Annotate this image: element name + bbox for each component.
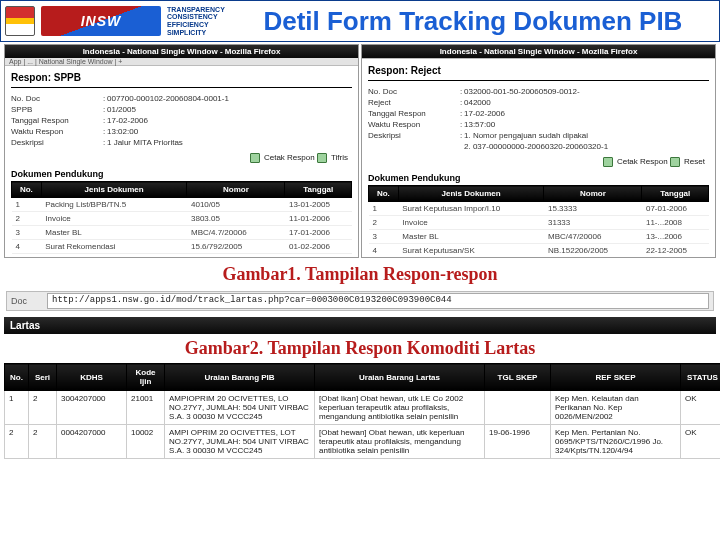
kv-key: Tanggal Respon bbox=[368, 109, 458, 118]
url-label: Doc bbox=[7, 296, 47, 306]
kv-key: Deskripsi bbox=[11, 138, 101, 147]
divider bbox=[11, 87, 352, 88]
th-uraian-lartas: Uraian Barang Lartas bbox=[315, 364, 485, 391]
print-link[interactable]: Cetak Respon bbox=[264, 153, 315, 162]
th-seri: Seri bbox=[29, 364, 57, 391]
table-row: 3Master BLMBC/47/2000613-...2006 bbox=[369, 230, 709, 244]
table-row: 4Surat Rekomendasi15.6/792/200501-02-200… bbox=[12, 240, 352, 254]
kv-val: 1. Nomor pengajuan sudah dipakai bbox=[464, 131, 709, 140]
table-row: 4Surat Keputusan/SKNB.152206/200522-12-2… bbox=[369, 244, 709, 258]
subhead-left: Dokumen Pendukung bbox=[11, 169, 352, 179]
table-row: 22 000420700010002 AMPI OPRIM 20 OCIVETT… bbox=[5, 425, 721, 459]
th-no: No. bbox=[12, 182, 42, 198]
table-row: 3Master BLMBC/4.7/2000617-01-2006 bbox=[12, 226, 352, 240]
caption-2: Gambar2. Tampilan Respon Komoditi Lartas bbox=[0, 334, 720, 363]
th-jenis: Jenis Dokumen bbox=[398, 186, 544, 202]
pane-right: Indonesia - National Single Window - Moz… bbox=[361, 44, 716, 258]
kv-key: Waktu Respon bbox=[11, 127, 101, 136]
kv-key: Deskripsi bbox=[368, 131, 458, 140]
kv-val: 13:57:00 bbox=[464, 120, 709, 129]
folder-icon[interactable] bbox=[317, 153, 327, 163]
table-row: 5Surat Izin Menteri Pertanian310.IX/K.21… bbox=[369, 258, 709, 259]
table-row: 2Invoice3133311-...2008 bbox=[369, 216, 709, 230]
national-emblem bbox=[5, 6, 35, 36]
table-row: 12 300420700021001 AMPIOPRIM 20 OCIVETTE… bbox=[5, 391, 721, 425]
th-status: STATUS bbox=[681, 364, 721, 391]
th-nomor: Nomor bbox=[187, 182, 285, 198]
tagline-1: TRANSPARENCY bbox=[167, 6, 225, 14]
kv-val: 1 Jalur MITA Prioritas bbox=[107, 138, 352, 147]
lartas-header: Lartas bbox=[4, 317, 716, 334]
kv-val: 007700-000102-20060804-0001-1 bbox=[107, 94, 352, 103]
doc-table-left: No. Jenis Dokumen Nomor Tanggal 1Packing… bbox=[11, 181, 352, 258]
respon-head-right: Respon: Reject bbox=[368, 65, 709, 76]
kv-key: No. Doc bbox=[368, 87, 458, 96]
print-row-right: Cetak Respon Reset bbox=[368, 151, 709, 169]
th-ref-skep: REF SKEP bbox=[551, 364, 681, 391]
th-nomor: Nomor bbox=[544, 186, 642, 202]
kv-right: No. Doc:032000-001-50-20060509-0012- Rej… bbox=[368, 87, 709, 151]
th-tanggal: Tanggal bbox=[285, 182, 352, 198]
url-input[interactable]: http://apps1.nsw.go.id/mod/track_lartas.… bbox=[47, 293, 709, 309]
ff-titlebar-left: Indonesia - National Single Window - Moz… bbox=[5, 45, 358, 58]
th-tgl-skep: TGL SKEP bbox=[485, 364, 551, 391]
th-jenis: Jenis Dokumen bbox=[41, 182, 187, 198]
kv-key: Tanggal Respon bbox=[11, 116, 101, 125]
tagline: TRANSPARENCY CONSISTENCY EFFICIENCY SIMP… bbox=[167, 6, 225, 37]
kv-left: No. Doc:007700-000102-20060804-0001-1 SP… bbox=[11, 94, 352, 147]
table-row: 1Surat Keputusan Impor/I.1015.333307-01-… bbox=[369, 202, 709, 216]
kv-key: SPPB bbox=[11, 105, 101, 114]
kv-val: 042000 bbox=[464, 98, 709, 107]
tagline-3: EFFICIENCY bbox=[167, 21, 225, 29]
respon-split: Indonesia - National Single Window - Moz… bbox=[0, 42, 720, 260]
kv-key: Reject bbox=[368, 98, 458, 107]
th-tanggal: Tanggal bbox=[642, 186, 709, 202]
print-icon[interactable] bbox=[250, 153, 260, 163]
kv-val: 2. 037-00000000-20060320-20060320-1 bbox=[464, 142, 709, 151]
table-row: 5Surat Izin Menteri Pertanian310.IX/K.21… bbox=[12, 254, 352, 259]
tagline-4: SIMPLICITY bbox=[167, 29, 225, 37]
kv-key bbox=[368, 142, 458, 151]
kv-val: 01/2005 bbox=[107, 105, 352, 114]
th-no: No. bbox=[369, 186, 399, 202]
reset-icon[interactable] bbox=[670, 157, 680, 167]
tagline-2: CONSISTENCY bbox=[167, 13, 225, 21]
kv-val: 17-02-2006 bbox=[464, 109, 709, 118]
print-row-left: Cetak Respon Tifris bbox=[11, 147, 352, 165]
lartas-table: No. Seri KDHS Kode Ijin Uraian Barang PI… bbox=[4, 363, 720, 459]
pane-left: Indonesia - National Single Window - Moz… bbox=[4, 44, 359, 258]
page-title: Detil Form Tracking Dokumen PIB bbox=[231, 6, 715, 37]
kv-val: 13:02:00 bbox=[107, 127, 352, 136]
th-no: No. bbox=[5, 364, 29, 391]
kv-key: Waktu Respon bbox=[368, 120, 458, 129]
table-row: 2Invoice3803.0511-01-2006 bbox=[12, 212, 352, 226]
th-kdhs: KDHS bbox=[57, 364, 127, 391]
kv-val: 032000-001-50-20060509-0012- bbox=[464, 87, 709, 96]
subhead-right: Dokumen Pendukung bbox=[368, 173, 709, 183]
header-bar: INSW TRANSPARENCY CONSISTENCY EFFICIENCY… bbox=[0, 0, 720, 42]
kv-val: 17-02-2006 bbox=[107, 116, 352, 125]
doc-table-right: No. Jenis Dokumen Nomor Tanggal 1Surat K… bbox=[368, 185, 709, 258]
print-link[interactable]: Cetak Respon bbox=[617, 157, 668, 166]
th-kode-ijin: Kode Ijin bbox=[127, 364, 165, 391]
url-bar: Doc http://apps1.nsw.go.id/mod/track_lar… bbox=[6, 291, 714, 311]
reset-link[interactable]: Reset bbox=[684, 157, 705, 166]
th-uraian-pib: Uraian Barang PIB bbox=[165, 364, 315, 391]
ff-titlebar-right: Indonesia - National Single Window - Moz… bbox=[362, 45, 715, 58]
insw-logo: INSW bbox=[41, 6, 161, 36]
caption-1: Gambar1. Tampilan Respon-respon bbox=[0, 260, 720, 289]
respon-head-left: Respon: SPPB bbox=[11, 72, 352, 83]
pane-right-content: Respon: Reject No. Doc:032000-001-50-200… bbox=[362, 59, 715, 258]
kv-key: No. Doc bbox=[11, 94, 101, 103]
table-row: 1Packing List/BPB/TN.54010/0513-01-2005 bbox=[12, 198, 352, 212]
ff-tabs-left: App | ... | National Single Window | + bbox=[5, 58, 358, 66]
extra-link[interactable]: Tifris bbox=[331, 153, 348, 162]
pane-left-content: Respon: SPPB No. Doc:007700-000102-20060… bbox=[5, 66, 358, 258]
lartas-table-wrap: No. Seri KDHS Kode Ijin Uraian Barang PI… bbox=[0, 363, 720, 463]
divider bbox=[368, 80, 709, 81]
print-icon[interactable] bbox=[603, 157, 613, 167]
